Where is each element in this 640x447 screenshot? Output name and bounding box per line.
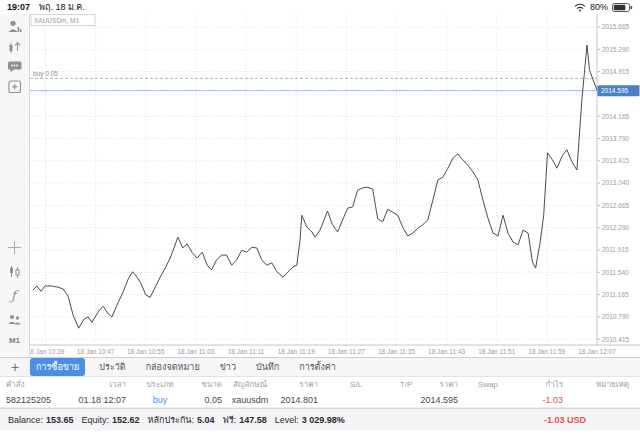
- orders-table-header: คำสั่งเวลาประเภทขนาดสัญลักษณ์ราคาS/LT/Pร…: [0, 377, 640, 392]
- battery-icon: [612, 3, 633, 12]
- time-axis-label: 18 Jan 11:51: [478, 348, 515, 355]
- table-header-cell: S/L: [340, 377, 372, 392]
- price-axis-label: 2014.915: [602, 68, 629, 75]
- tab-3[interactable]: ข่าว: [214, 358, 242, 376]
- time-axis-label: 18 Jan 11:43: [428, 348, 465, 355]
- time-axis-label: 18 Jan 10:55: [127, 348, 165, 355]
- price-axis-label: 2011.540: [602, 269, 629, 276]
- price-series-line: [33, 45, 597, 328]
- tab-5[interactable]: การตั้งค่า: [293, 358, 342, 376]
- balance-item-value: 152.62: [112, 415, 140, 425]
- status-date: พฤ. 18 ม.ค.: [39, 0, 85, 14]
- tab-1[interactable]: ประวัติ: [93, 358, 131, 376]
- table-cell: 2014.801: [268, 392, 318, 408]
- balance-bar: Balance:153.65Equity:152.62หลักประกัน:5.…: [0, 408, 640, 430]
- clock-time: 19:07: [7, 2, 30, 12]
- table-cell: 0.05: [162, 392, 222, 408]
- chat-icon[interactable]: [7, 59, 22, 74]
- order-row[interactable]: 58212520501.18 12:07buy0.05xauusdm2014.8…: [0, 392, 640, 408]
- table-cell: -1.03: [513, 392, 563, 408]
- balance-item-label: หลักประกัน:: [148, 413, 194, 427]
- time-axis-label: 18 Jan 11:19: [278, 348, 315, 355]
- account-icon[interactable]: [7, 19, 22, 34]
- price-axis-label: 2014.165: [602, 113, 629, 120]
- table-header-cell: กำไร: [513, 377, 563, 392]
- balance-item-label: Equity:: [82, 415, 110, 425]
- buy-position-label: buy 0.05: [33, 70, 58, 78]
- table-header-cell: เวลา: [56, 377, 126, 392]
- current-price-label: 2014.595: [601, 87, 628, 94]
- time-axis-label: 18 Jan 10:47: [77, 348, 115, 355]
- price-axis-label: 2013.040: [602, 179, 629, 186]
- balance-item-value: 153.65: [46, 415, 74, 425]
- balance-item-value: 5.04: [197, 415, 215, 425]
- price-axis-label: 2012.290: [602, 224, 629, 231]
- price-chart[interactable]: 2015.6652015.2902014.9152014.5402014.165…: [30, 14, 640, 357]
- price-axis-label: 2012.665: [602, 202, 629, 209]
- indicators-icon[interactable]: [7, 264, 22, 279]
- chart-area: 2015.6652015.2902014.9152014.5402014.165…: [30, 14, 640, 357]
- price-axis-label: 2010.790: [602, 313, 629, 320]
- price-axis-label: 2011.915: [602, 246, 629, 253]
- time-axis-label: 18 Jan 11:59: [528, 348, 565, 355]
- time-axis-label: 18 Jan 11:03: [177, 348, 214, 355]
- tab-4[interactable]: บันทึก: [250, 358, 285, 376]
- tab-0[interactable]: การซื้อขาย: [30, 358, 85, 376]
- objects-icon[interactable]: [7, 312, 22, 327]
- timeframe-button[interactable]: M1: [9, 336, 20, 345]
- status-bar: 19:07 พฤ. 18 ม.ค. 80%: [0, 0, 640, 14]
- price-axis-label: 2013.415: [602, 157, 629, 164]
- time-axis-label: 18 Jan 11:11: [228, 348, 265, 355]
- table-header-cell: หมายเหตุ: [596, 377, 638, 392]
- table-header-cell: Swap: [470, 377, 506, 392]
- tab-bar: + การซื้อขายประวัติกล่องจดหมายข่าวบันทึก…: [0, 357, 640, 377]
- balance-item-value: 147.58: [239, 415, 267, 425]
- functions-icon[interactable]: ƒ: [7, 288, 22, 303]
- crosshair-icon[interactable]: [7, 240, 22, 255]
- tab-2[interactable]: กล่องจดหมาย: [140, 358, 206, 376]
- balance-item-label: Balance:: [8, 415, 43, 425]
- time-axis-label: 18 Jan 11:35: [378, 348, 415, 355]
- left-toolbar: ƒ M1: [0, 14, 30, 357]
- price-axis-label: 2013.790: [602, 135, 629, 142]
- price-axis-label: 2010.415: [602, 336, 629, 343]
- time-axis-label: 18 Jan 10:39: [30, 348, 65, 355]
- balance-item-label: ฟรี:: [223, 413, 237, 427]
- time-axis-label: 18 Jan 12:07: [578, 348, 616, 355]
- table-header-cell: ขนาด: [162, 377, 222, 392]
- table-header-cell: ราคา: [408, 377, 458, 392]
- price-axis-label: 2015.290: [602, 46, 629, 53]
- time-axis-label: 18 Jan 11:27: [328, 348, 365, 355]
- wifi-icon: [574, 3, 586, 12]
- table-header-cell: ราคา: [268, 377, 318, 392]
- svg-text:ƒ: ƒ: [9, 288, 19, 303]
- balance-item-value: 3 029.98%: [302, 415, 345, 425]
- trade-icon[interactable]: [7, 39, 22, 54]
- tab-bar-plus-button[interactable]: +: [0, 358, 30, 376]
- battery-percent: 80%: [590, 2, 608, 12]
- table-cell: 01.18 12:07: [56, 392, 126, 408]
- price-axis-label: 2015.665: [602, 23, 629, 30]
- table-cell: 2014.595: [408, 392, 458, 408]
- new-order-icon[interactable]: [7, 79, 22, 94]
- price-axis-label: 2011.165: [602, 291, 629, 298]
- symbol-label: XAUUSDm, M1: [34, 17, 80, 24]
- total-profit: -1.03 USD: [544, 415, 586, 425]
- balance-item-label: Level:: [275, 415, 299, 425]
